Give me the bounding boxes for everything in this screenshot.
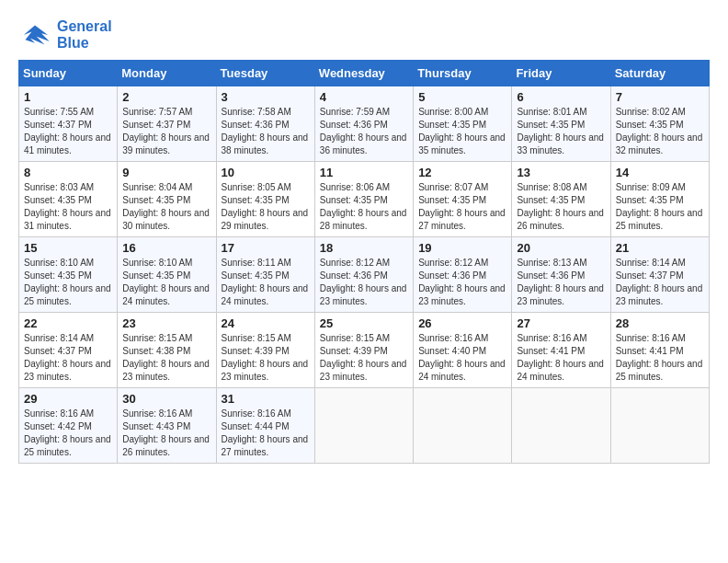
day-info: Sunrise: 7:55 AM Sunset: 4:37 PM Dayligh… [24, 106, 112, 157]
day-number: 10 [222, 166, 310, 179]
day-number: 13 [517, 166, 605, 179]
day-info: Sunrise: 8:06 AM Sunset: 4:35 PM Dayligh… [320, 181, 408, 233]
calendar-cell: 9 Sunrise: 8:04 AM Sunset: 4:35 PM Dayli… [118, 162, 216, 237]
logo: General Blue [18, 18, 112, 51]
day-number: 30 [122, 392, 210, 406]
day-info: Sunrise: 8:04 AM Sunset: 4:35 PM Dayligh… [122, 181, 210, 233]
calendar-cell: 16 Sunrise: 8:10 AM Sunset: 4:35 PM Dayl… [118, 237, 216, 313]
calendar-cell: 13 Sunrise: 8:08 AM Sunset: 4:35 PM Dayl… [512, 162, 610, 237]
calendar-cell: 17 Sunrise: 8:11 AM Sunset: 4:35 PM Dayl… [216, 237, 314, 313]
calendar-cell: 5 Sunrise: 8:00 AM Sunset: 4:35 PM Dayli… [414, 86, 512, 162]
day-number: 14 [616, 166, 704, 179]
day-number: 6 [517, 90, 605, 104]
day-info: Sunrise: 8:01 AM Sunset: 4:35 PM Dayligh… [517, 106, 605, 157]
calendar-cell: 29 Sunrise: 8:16 AM Sunset: 4:42 PM Dayl… [19, 388, 118, 464]
day-number: 9 [122, 166, 210, 179]
header-monday: Monday [118, 61, 216, 86]
svg-marker-0 [24, 25, 50, 44]
day-number: 8 [24, 166, 112, 179]
calendar-cell: 31 Sunrise: 8:16 AM Sunset: 4:44 PM Dayl… [216, 388, 314, 464]
calendar-cell: 11 Sunrise: 8:06 AM Sunset: 4:35 PM Dayl… [314, 162, 413, 237]
day-number: 25 [320, 316, 408, 330]
day-info: Sunrise: 8:16 AM Sunset: 4:42 PM Dayligh… [24, 408, 112, 459]
day-number: 11 [320, 166, 408, 179]
header-saturday: Saturday [610, 61, 709, 86]
calendar-cell: 4 Sunrise: 7:59 AM Sunset: 4:36 PM Dayli… [314, 86, 413, 162]
day-number: 17 [222, 241, 310, 255]
day-number: 15 [24, 241, 112, 255]
day-info: Sunrise: 8:15 AM Sunset: 4:39 PM Dayligh… [320, 332, 408, 384]
calendar-cell: 30 Sunrise: 8:16 AM Sunset: 4:43 PM Dayl… [118, 388, 216, 464]
calendar-cell: 1 Sunrise: 7:55 AM Sunset: 4:37 PM Dayli… [19, 86, 118, 162]
header-friday: Friday [512, 61, 610, 86]
day-number: 1 [24, 90, 112, 104]
calendar-cell: 27 Sunrise: 8:16 AM Sunset: 4:41 PM Dayl… [512, 313, 610, 388]
day-number: 16 [122, 241, 210, 255]
day-number: 2 [122, 90, 210, 104]
calendar-cell: 19 Sunrise: 8:12 AM Sunset: 4:36 PM Dayl… [414, 237, 512, 313]
logo-text: General Blue [57, 18, 112, 51]
day-info: Sunrise: 8:15 AM Sunset: 4:38 PM Dayligh… [122, 332, 210, 384]
day-number: 21 [616, 241, 704, 255]
header-wednesday: Wednesday [314, 61, 413, 86]
day-info: Sunrise: 8:02 AM Sunset: 4:35 PM Dayligh… [616, 106, 704, 157]
day-info: Sunrise: 8:13 AM Sunset: 4:36 PM Dayligh… [517, 257, 605, 308]
day-info: Sunrise: 8:12 AM Sunset: 4:36 PM Dayligh… [418, 257, 506, 308]
header-sunday: Sunday [19, 61, 118, 86]
calendar-cell: 18 Sunrise: 8:12 AM Sunset: 4:36 PM Dayl… [314, 237, 413, 313]
calendar-cell: 20 Sunrise: 8:13 AM Sunset: 4:36 PM Dayl… [512, 237, 610, 313]
day-info: Sunrise: 8:14 AM Sunset: 4:37 PM Dayligh… [24, 332, 112, 384]
calendar-cell: 22 Sunrise: 8:14 AM Sunset: 4:37 PM Dayl… [19, 313, 118, 388]
calendar-cell: 3 Sunrise: 7:58 AM Sunset: 4:36 PM Dayli… [216, 86, 314, 162]
day-number: 27 [517, 316, 605, 330]
day-number: 7 [616, 90, 704, 104]
calendar-cell [314, 388, 413, 464]
day-info: Sunrise: 8:05 AM Sunset: 4:35 PM Dayligh… [222, 181, 310, 233]
day-info: Sunrise: 8:16 AM Sunset: 4:41 PM Dayligh… [517, 332, 605, 384]
day-number: 26 [418, 316, 506, 330]
calendar-cell: 21 Sunrise: 8:14 AM Sunset: 4:37 PM Dayl… [610, 237, 709, 313]
calendar-cell: 8 Sunrise: 8:03 AM Sunset: 4:35 PM Dayli… [19, 162, 118, 237]
day-number: 4 [320, 90, 408, 104]
day-number: 22 [24, 316, 112, 330]
day-info: Sunrise: 8:16 AM Sunset: 4:41 PM Dayligh… [616, 332, 704, 384]
calendar-cell: 23 Sunrise: 8:15 AM Sunset: 4:38 PM Dayl… [118, 313, 216, 388]
day-number: 12 [418, 166, 506, 179]
day-info: Sunrise: 8:11 AM Sunset: 4:35 PM Dayligh… [222, 257, 310, 308]
day-number: 29 [24, 392, 112, 406]
header-tuesday: Tuesday [216, 61, 314, 86]
day-number: 3 [222, 90, 310, 104]
day-info: Sunrise: 8:03 AM Sunset: 4:35 PM Dayligh… [24, 181, 112, 233]
day-number: 20 [517, 241, 605, 255]
day-info: Sunrise: 8:16 AM Sunset: 4:44 PM Dayligh… [222, 408, 310, 459]
day-info: Sunrise: 8:15 AM Sunset: 4:39 PM Dayligh… [222, 332, 310, 384]
day-info: Sunrise: 8:16 AM Sunset: 4:40 PM Dayligh… [418, 332, 506, 384]
page-header: General Blue [18, 18, 710, 51]
calendar-cell: 6 Sunrise: 8:01 AM Sunset: 4:35 PM Dayli… [512, 86, 610, 162]
calendar-cell: 14 Sunrise: 8:09 AM Sunset: 4:35 PM Dayl… [610, 162, 709, 237]
day-info: Sunrise: 8:16 AM Sunset: 4:43 PM Dayligh… [122, 408, 210, 459]
calendar-cell: 7 Sunrise: 8:02 AM Sunset: 4:35 PM Dayli… [610, 86, 709, 162]
day-number: 23 [122, 316, 210, 330]
header-thursday: Thursday [414, 61, 512, 86]
day-info: Sunrise: 8:07 AM Sunset: 4:35 PM Dayligh… [418, 181, 506, 233]
day-info: Sunrise: 8:14 AM Sunset: 4:37 PM Dayligh… [616, 257, 704, 308]
calendar-cell: 2 Sunrise: 7:57 AM Sunset: 4:37 PM Dayli… [118, 86, 216, 162]
calendar-cell: 24 Sunrise: 8:15 AM Sunset: 4:39 PM Dayl… [216, 313, 314, 388]
calendar-cell: 26 Sunrise: 8:16 AM Sunset: 4:40 PM Dayl… [414, 313, 512, 388]
day-number: 31 [222, 392, 310, 406]
day-info: Sunrise: 7:59 AM Sunset: 4:36 PM Dayligh… [320, 106, 408, 157]
calendar-table: SundayMondayTuesdayWednesdayThursdayFrid… [18, 60, 710, 464]
day-info: Sunrise: 7:58 AM Sunset: 4:36 PM Dayligh… [222, 106, 310, 157]
day-number: 19 [418, 241, 506, 255]
calendar-cell: 28 Sunrise: 8:16 AM Sunset: 4:41 PM Dayl… [610, 313, 709, 388]
day-info: Sunrise: 7:57 AM Sunset: 4:37 PM Dayligh… [122, 106, 210, 157]
day-info: Sunrise: 8:09 AM Sunset: 4:35 PM Dayligh… [616, 181, 704, 233]
day-number: 18 [320, 241, 408, 255]
day-number: 5 [418, 90, 506, 104]
calendar-cell [610, 388, 709, 464]
calendar-cell [414, 388, 512, 464]
day-number: 24 [222, 316, 310, 330]
day-info: Sunrise: 8:10 AM Sunset: 4:35 PM Dayligh… [24, 257, 112, 308]
day-info: Sunrise: 8:10 AM Sunset: 4:35 PM Dayligh… [122, 257, 210, 308]
